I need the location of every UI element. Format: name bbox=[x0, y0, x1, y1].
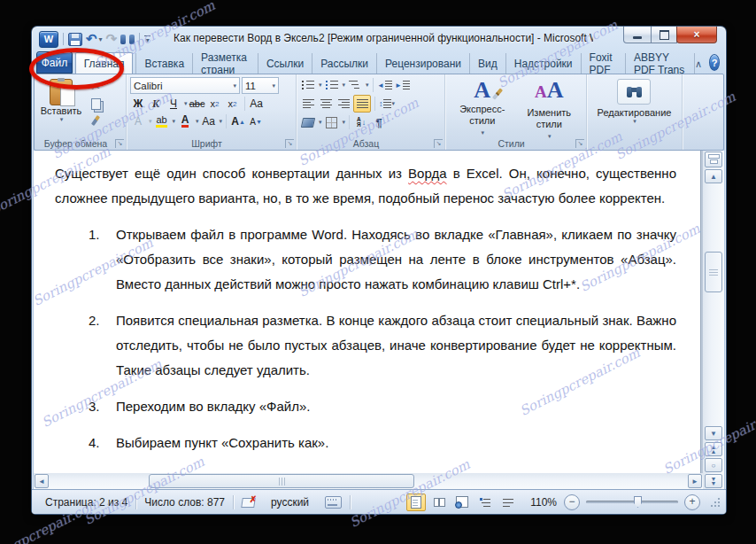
select-browse-object-button[interactable]: ○ bbox=[705, 458, 722, 472]
editing-button[interactable]: Редактирование ▾ bbox=[598, 79, 672, 136]
show-marks-button[interactable]: ¶ bbox=[371, 114, 387, 130]
fullscreen-reading-view-button[interactable] bbox=[429, 493, 449, 511]
zoom-slider-handle[interactable] bbox=[634, 496, 642, 508]
align-center-button[interactable] bbox=[318, 96, 334, 112]
help-button[interactable]: ? bbox=[709, 54, 720, 71]
font-color-dropdown-icon[interactable]: ▾ bbox=[196, 118, 199, 125]
document-page[interactable]: Существует ещё один способ конвертации д… bbox=[34, 151, 701, 474]
qat-customize-button[interactable]: ▾ bbox=[144, 35, 150, 43]
vertical-scrollbar[interactable]: ▲ ▼ ▲▲ ○ ▼▼ bbox=[703, 151, 724, 489]
grow-font-button[interactable]: А▲ bbox=[230, 113, 246, 129]
draft-view-button[interactable] bbox=[498, 493, 518, 511]
minimize-button[interactable] bbox=[623, 27, 652, 43]
bullets-button[interactable] bbox=[300, 77, 316, 93]
save-icon[interactable] bbox=[68, 33, 82, 46]
resize-grip[interactable] bbox=[709, 496, 721, 508]
quick-styles-button[interactable]: A Экспресс-стили ▾ bbox=[449, 77, 516, 136]
vertical-scroll-thumb[interactable] bbox=[705, 252, 722, 292]
title-bar[interactable]: W ↶ ▾ ↷ ▾ Как перевести Ворд в Эксель2 [… bbox=[32, 27, 726, 51]
tab-references[interactable]: Ссылки bbox=[258, 53, 312, 74]
tab-abbyy-pdf[interactable]: ABBYY PDF Trans bbox=[626, 53, 695, 74]
decrease-indent-button[interactable]: ◄ bbox=[377, 77, 393, 93]
outline-view-button[interactable] bbox=[475, 493, 495, 511]
italic-button[interactable]: К bbox=[148, 96, 164, 112]
shading-button[interactable] bbox=[300, 114, 316, 130]
clear-formatting-button[interactable]: Aa bbox=[249, 96, 265, 112]
collapse-ribbon-icon[interactable]: ∧ bbox=[695, 58, 702, 70]
increase-indent-button[interactable]: ► bbox=[395, 77, 411, 93]
zoom-in-button[interactable]: + bbox=[684, 494, 700, 510]
line-spacing-button[interactable]: ↕▾ bbox=[379, 96, 395, 112]
undo-icon[interactable]: ↶ bbox=[86, 33, 97, 45]
previous-page-button[interactable]: ▲▲ bbox=[705, 442, 722, 456]
highlight-button[interactable]: ab bbox=[154, 113, 170, 129]
align-right-button[interactable] bbox=[336, 96, 351, 112]
tab-page-layout[interactable]: Разметка страни bbox=[193, 53, 258, 74]
format-painter-button[interactable] bbox=[88, 113, 104, 128]
change-case-dropdown-icon[interactable]: ▾ bbox=[220, 118, 223, 125]
find-icon[interactable] bbox=[120, 35, 135, 44]
maximize-button[interactable] bbox=[651, 27, 677, 43]
scroll-right-button[interactable]: ► bbox=[688, 474, 702, 488]
numbering-button[interactable] bbox=[324, 77, 340, 93]
text-effects-button[interactable]: А bbox=[130, 113, 146, 129]
horizontal-scroll-track[interactable] bbox=[50, 474, 687, 488]
borders-button[interactable] bbox=[324, 114, 340, 130]
tab-mailings[interactable]: Рассылки bbox=[312, 53, 377, 74]
sort-button[interactable]: АЯ ↓ bbox=[353, 114, 369, 130]
view-ruler-button[interactable] bbox=[705, 152, 722, 167]
underline-dropdown-icon[interactable]: ▾ bbox=[184, 100, 188, 107]
paragraph-dialog-launcher[interactable]: ↘ bbox=[434, 139, 443, 148]
next-page-button[interactable]: ▼▼ bbox=[705, 474, 722, 488]
shrink-font-button[interactable]: А▼ bbox=[248, 113, 264, 129]
language-status[interactable]: русский bbox=[263, 496, 317, 509]
proofing-status[interactable]: ✗ bbox=[234, 497, 263, 508]
zoom-slider[interactable] bbox=[586, 501, 678, 503]
tab-addins[interactable]: Надстройки bbox=[506, 53, 582, 74]
horizontal-scroll-thumb[interactable] bbox=[149, 474, 414, 488]
clipboard-dialog-launcher[interactable]: ↘ bbox=[115, 139, 124, 148]
tab-view[interactable]: Вид bbox=[470, 53, 506, 74]
zoom-out-button[interactable]: − bbox=[564, 494, 580, 510]
word-logo-icon[interactable]: W bbox=[39, 31, 58, 48]
font-size-combo[interactable]: 11 ▾ bbox=[242, 77, 279, 94]
change-styles-button[interactable]: AA Изменить стили ▾ bbox=[516, 77, 583, 136]
tab-insert[interactable]: Вставка bbox=[135, 53, 193, 74]
horizontal-scrollbar[interactable]: ◄ ► bbox=[34, 473, 703, 489]
page-number-status[interactable]: Страница: 2 из 4 bbox=[37, 496, 135, 509]
vertical-scroll-track[interactable] bbox=[705, 184, 722, 425]
web-layout-view-button[interactable] bbox=[452, 493, 472, 511]
keyboard-status[interactable] bbox=[317, 496, 350, 509]
word-count-status[interactable]: Число слов: 877 bbox=[136, 496, 233, 509]
superscript-button[interactable]: x2 bbox=[225, 96, 241, 112]
highlight-dropdown-icon[interactable]: ▾ bbox=[173, 118, 176, 125]
font-family-combo[interactable]: Calibri ▾ bbox=[130, 77, 240, 94]
zoom-level[interactable]: 110% bbox=[530, 496, 557, 509]
font-family-dropdown-icon[interactable]: ▾ bbox=[233, 82, 236, 89]
scroll-left-button[interactable]: ◄ bbox=[35, 474, 49, 488]
align-left-button[interactable] bbox=[300, 96, 316, 112]
justify-button[interactable] bbox=[353, 95, 371, 113]
redo-icon[interactable]: ↷ bbox=[106, 33, 118, 45]
print-layout-view-button[interactable] bbox=[406, 493, 426, 511]
subscript-button[interactable]: x2 bbox=[207, 96, 223, 112]
font-family-value: Calibri bbox=[134, 81, 163, 91]
multilevel-list-button[interactable] bbox=[347, 77, 363, 93]
paste-dropdown-icon[interactable]: ▾ bbox=[60, 116, 64, 123]
undo-dropdown-icon[interactable]: ▾ bbox=[99, 35, 103, 43]
change-case-button[interactable]: Аа bbox=[201, 113, 217, 129]
font-color-button[interactable]: А bbox=[177, 113, 193, 129]
styles-dialog-launcher[interactable]: ↘ bbox=[575, 139, 584, 148]
scroll-down-button[interactable]: ▼ bbox=[705, 426, 722, 440]
close-button[interactable]: × bbox=[676, 27, 717, 43]
strikethrough-button[interactable]: abc bbox=[189, 96, 205, 112]
tab-review[interactable]: Рецензировани bbox=[377, 53, 470, 74]
tab-foxit-pdf[interactable]: Foxit PDF bbox=[582, 53, 626, 74]
scroll-up-button[interactable]: ▲ bbox=[705, 169, 722, 183]
font-size-dropdown-icon[interactable]: ▾ bbox=[272, 82, 275, 89]
underline-button[interactable]: Ч bbox=[166, 96, 181, 112]
font-dialog-launcher[interactable]: ↘ bbox=[285, 139, 294, 148]
bold-button[interactable]: Ж bbox=[130, 96, 146, 112]
window-controls: × bbox=[624, 27, 717, 43]
copy-button[interactable] bbox=[88, 96, 104, 112]
